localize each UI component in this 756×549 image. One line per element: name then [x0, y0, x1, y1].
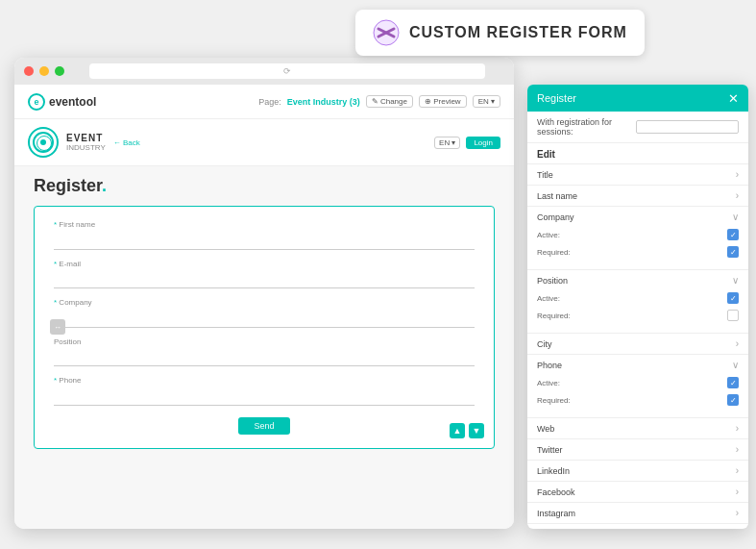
panel-row-lastname[interactable]: Last name ›: [527, 186, 748, 207]
panel-row-twitter[interactable]: Twitter ›: [527, 439, 748, 461]
brand-rings-icon: [33, 132, 54, 153]
company-input[interactable]: [54, 312, 475, 328]
panel-company-required-label: Required:: [537, 248, 571, 257]
back-link[interactable]: ← Back: [113, 138, 140, 147]
panel-body: With registration for sessions: Edit Tit…: [527, 112, 748, 529]
panel-row-position-content: Active: ✓ Required:: [537, 286, 739, 328]
expand-arrow-icon[interactable]: ↔: [50, 319, 65, 335]
submit-button[interactable]: Send: [238, 417, 289, 435]
panel-row-company-content: Active: ✓ Required: ✓: [537, 222, 739, 264]
maximize-dot[interactable]: [55, 66, 64, 76]
first-name-label: * First name: [54, 220, 475, 229]
panel-company-active-checkbox[interactable]: ✓: [727, 229, 739, 240]
panel-phone-active-checkbox[interactable]: ✓: [727, 377, 739, 388]
header-badge: CUSTOM REGISTER FORM: [355, 10, 645, 56]
panel-phone-active-label: Active:: [537, 379, 560, 387]
panel-header: Register ✕: [527, 85, 748, 112]
panel-row-title-label: Title: [537, 170, 553, 180]
en-badge[interactable]: EN ▾: [434, 137, 460, 149]
panel-position-required-checkbox[interactable]: [727, 310, 739, 321]
email-input[interactable]: [54, 273, 475, 288]
change-button[interactable]: ✎ Change: [366, 95, 413, 108]
nav-page-label: Page:: [258, 97, 281, 107]
minimize-dot[interactable]: [39, 66, 49, 76]
panel-row-instagram[interactable]: Instagram ›: [527, 503, 748, 524]
register-title-text: Register: [34, 176, 102, 195]
first-name-field: * First name: [54, 220, 475, 250]
eventool-logo: e eventool: [28, 93, 96, 111]
logo-circle-icon: e: [28, 93, 45, 111]
down-arrow-button[interactable]: ▼: [469, 423, 484, 438]
panel-company-active-row: Active: ✓: [537, 226, 739, 243]
panel-row-title-arrow-icon: ›: [736, 169, 739, 180]
panel-row-phone: Phone ∨ Active: ✓ Required: ✓: [527, 355, 748, 418]
preview-button[interactable]: ⊕ Preview: [419, 95, 467, 108]
panel-row-company: Company ∨ Active: ✓ Required: ✓: [527, 207, 748, 270]
page-header-right: EN ▾ Login: [434, 137, 500, 149]
register-panel: Register ✕ With registration for session…: [527, 85, 748, 529]
position-field: Position: [54, 337, 475, 367]
phone-input[interactable]: [54, 390, 475, 406]
panel-row-phone-header[interactable]: Phone ∨: [537, 360, 739, 370]
register-dot: .: [102, 176, 107, 195]
panel-row-phone-chevron-icon: ∨: [732, 360, 739, 370]
panel-position-active-checkbox[interactable]: ✓: [727, 292, 739, 304]
panel-row-linkedin-arrow-icon: ›: [736, 465, 739, 476]
panel-row-facebook-label: Facebook: [537, 487, 575, 497]
panel-row-web-label: Web: [537, 424, 554, 434]
panel-company-active-label: Active:: [537, 231, 560, 239]
page-content: EVENT INDUSTRY ← Back EN ▾ Login Registe…: [14, 119, 514, 529]
panel-row-linkedin[interactable]: LinkedIn ›: [527, 461, 748, 482]
sessions-input[interactable]: [636, 120, 739, 134]
panel-phone-required-checkbox[interactable]: ✓: [727, 394, 739, 406]
brand-circle-icon: [28, 127, 59, 158]
panel-row-linkedin-label: LinkedIn: [537, 466, 570, 476]
panel-phone-required-label: Required:: [537, 396, 571, 405]
browser-titlebar: ⟳: [14, 58, 514, 85]
panel-close-button[interactable]: ✕: [728, 91, 739, 106]
panel-row-company-header[interactable]: Company ∨: [537, 212, 739, 222]
panel-row-city[interactable]: City ›: [527, 334, 748, 355]
eventool-logo-icon: [373, 19, 400, 46]
logo-e-letter: e: [34, 97, 38, 107]
panel-row-instagram-arrow-icon: ›: [736, 508, 739, 518]
language-button[interactable]: EN ▾: [473, 95, 500, 108]
header-badge-title: CUSTOM REGISTER FORM: [409, 24, 627, 41]
position-label: Position: [54, 337, 475, 346]
panel-row-facebook[interactable]: Facebook ›: [527, 482, 748, 503]
browser-refresh-icon: ⟳: [283, 66, 291, 76]
panel-row-position-label: Position: [537, 276, 568, 286]
panel-row-twitter-label: Twitter: [537, 445, 563, 455]
eventool-navbar: e eventool Page: Event Industry (3) ✎ Ch…: [14, 85, 514, 119]
panel-row-company-chevron-icon: ∨: [732, 212, 739, 222]
panel-position-required-row: Required:: [537, 307, 739, 324]
panel-row-city-label: City: [537, 339, 552, 349]
panel-company-required-checkbox[interactable]: ✓: [727, 246, 739, 258]
panel-row-instagram-label: Instagram: [537, 509, 575, 518]
up-arrow-button[interactable]: ▲: [450, 423, 465, 438]
close-dot[interactable]: [24, 66, 34, 76]
panel-row-web[interactable]: Web ›: [527, 418, 748, 439]
panel-title: Register: [537, 92, 576, 104]
panel-row-lastname-label: Last name: [537, 191, 577, 201]
panel-row-twitter-arrow-icon: ›: [736, 444, 739, 455]
login-button[interactable]: Login: [466, 137, 500, 149]
panel-row-title[interactable]: Title ›: [527, 164, 748, 186]
register-title: Register.: [34, 176, 495, 196]
panel-phone-active-row: Active: ✓: [537, 374, 739, 391]
panel-row-phone-content: Active: ✓ Required: ✓: [537, 370, 739, 412]
panel-sessions-row: With registration for sessions:: [527, 112, 748, 143]
panel-row-position-header[interactable]: Position ∨: [537, 275, 739, 286]
brand-name: EVENT: [66, 133, 106, 143]
submit-btn-wrap: Send: [54, 417, 475, 435]
browser-url-bar: ⟳: [89, 63, 485, 79]
brand-name-block: EVENT INDUSTRY: [66, 133, 106, 152]
company-label: * Company: [54, 298, 475, 307]
panel-row-position-chevron-icon: ∨: [732, 275, 739, 286]
register-section: Register. ↔ * First name * E-mail * Comp…: [14, 166, 514, 459]
position-input[interactable]: [54, 351, 475, 366]
first-name-input[interactable]: [54, 235, 475, 250]
panel-row-facebook-arrow-icon: ›: [736, 487, 739, 497]
page-header: EVENT INDUSTRY ← Back EN ▾ Login: [14, 119, 514, 166]
panel-row-phone-label: Phone: [537, 361, 562, 370]
